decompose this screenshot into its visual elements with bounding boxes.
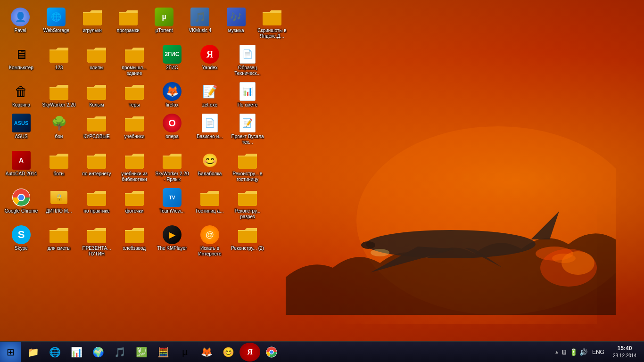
- desktop-icon-boty[interactable]: боты: [40, 148, 78, 185]
- desktop-icon-gostinica[interactable]: Гостиниц а...: [191, 185, 229, 222]
- icon-image-asus: ASUS: [12, 114, 31, 132]
- icon-image-kompyuter: 🖥: [12, 45, 31, 64]
- desktop-icon-kompyuter[interactable]: 🖥Компьютер: [2, 42, 40, 79]
- desktop-icon-opera[interactable]: Oопера: [153, 111, 191, 148]
- desktop-icon-diplom[interactable]: 🔒ДИПЛО М...: [40, 185, 78, 222]
- taskbar-icon-tb-smiley[interactable]: 😊: [218, 343, 239, 362]
- start-button[interactable]: ⊞: [0, 342, 21, 362]
- desktop-icon-firefox[interactable]: 🦊firefox: [153, 79, 191, 111]
- icon-image-vkmusic: 🎵: [190, 8, 209, 26]
- icon-image-yandex: Я: [200, 45, 219, 64]
- icon-label-bazisno: Базисно-и...: [197, 134, 223, 140]
- desktop-icon-pavel[interactable]: 👤Pavel: [2, 5, 38, 42]
- taskbar-icon-tb-network[interactable]: 🌍: [88, 343, 108, 362]
- desktop-icon-rekonstrukciya_gost[interactable]: Реконстру... в гостиницу: [229, 148, 266, 185]
- desktop-icon-skyworker220[interactable]: SkyWorker 2.20: [40, 79, 78, 111]
- taskbar-icon-tb-yandex[interactable]: Я: [239, 343, 260, 362]
- desktop-icon-webstorage[interactable]: 🌐WebStorage: [38, 5, 74, 42]
- desktop-icon-vkmusic[interactable]: 🎵VKMusic 4: [182, 5, 218, 42]
- desktop-icon-bazisno[interactable]: 📄Базисно-и...: [191, 111, 229, 148]
- desktop-icon-iskat[interactable]: @Искать в Интернете: [191, 222, 229, 260]
- desktop-icon-2gis[interactable]: 2ГИС2ГИС: [153, 42, 191, 79]
- desktop-icon-klipy[interactable]: клипы: [78, 42, 116, 79]
- desktop-icon-uchebniki[interactable]: учебники: [116, 111, 153, 148]
- desktop-icon-balabolka[interactable]: 😊Балаболка: [191, 148, 229, 185]
- desktop-icon-po_internetu[interactable]: по интернету: [78, 148, 116, 185]
- icon-image-skyworker220: [50, 82, 68, 101]
- taskbar-icon-tb-calc[interactable]: 🧮: [153, 343, 173, 362]
- icon-image-igrushki: [83, 8, 102, 26]
- desktop-icon-programki[interactable]: програмки: [110, 5, 146, 42]
- desktop-icon-yandex[interactable]: ЯYandex: [191, 42, 229, 79]
- desktop-icon-posmete[interactable]: 📊По смете: [229, 79, 266, 111]
- taskbar-icon-tb-ie[interactable]: 🌐: [44, 343, 65, 362]
- tray-arrow[interactable]: ▲: [554, 349, 559, 354]
- icon-label-teamviewer: TeamView...: [159, 208, 185, 214]
- icon-label-proekt: Проект Вусала тех...: [231, 134, 264, 145]
- desktop-icon-promyshl[interactable]: промышл... здание: [116, 42, 153, 79]
- desktop-icon-skyworker_yrl[interactable]: SkyWorker 2.20 - Ярлык: [153, 148, 191, 185]
- desktop-icon-korzina[interactable]: 🗑Корзина: [2, 79, 40, 111]
- desktop-icon-uchebniki_bib[interactable]: учебники из библиотеки: [116, 148, 153, 185]
- desktop-icon-muzyka[interactable]: 🎶музыка: [218, 5, 254, 42]
- icon-label-uchebniki: учебники: [124, 134, 144, 140]
- icon-image-dlya_smety: [50, 225, 68, 244]
- desktop-icon-rekonstrukciya2[interactable]: Реконстру... (2): [229, 222, 266, 260]
- taskbar-icon-tb-money[interactable]: 💹: [131, 343, 152, 362]
- desktop-icon-google_chrome[interactable]: Google Chrome: [2, 185, 40, 222]
- icon-image-po_praktike: [87, 188, 106, 207]
- icon-label-zetexe: zet.exe: [202, 102, 217, 108]
- desktop-icon-skype[interactable]: SSkype: [2, 222, 40, 260]
- desktop-icon-boi[interactable]: 🌳бои: [40, 111, 78, 148]
- desktop: 👤Pavel🌐WebStorage игрульки програмкиµµTo…: [0, 0, 644, 362]
- desktop-icon-utorrent[interactable]: µµTorrent: [146, 5, 182, 42]
- icon-label-boi: бои: [55, 134, 63, 140]
- network-icon[interactable]: 🖥: [561, 348, 568, 356]
- desktop-icon-kmplayer[interactable]: ▶The KMPlayer: [153, 222, 191, 260]
- icon-image-utorrent: µ: [155, 8, 173, 26]
- icon-image-uchebniki_bib: [125, 151, 144, 170]
- desktop-icon-po_praktike[interactable]: по практике: [78, 185, 116, 222]
- volume-icon[interactable]: 🔊: [579, 348, 587, 356]
- desktop-icon-kolym[interactable]: Колым: [78, 79, 116, 111]
- icon-image-zetexe: 📝: [200, 82, 219, 101]
- icon-image-i23: [50, 45, 68, 64]
- desktop-icon-kursovye[interactable]: КУРСОВЫЕ: [78, 111, 116, 148]
- desktop-icon-skrinshoty[interactable]: Скриншоты в Яндекс.Д...: [254, 5, 290, 42]
- icon-image-tery: [125, 82, 144, 101]
- desktop-icon-i23[interactable]: 123: [40, 42, 78, 79]
- taskbar-icon-tb-chart[interactable]: 📊: [66, 343, 87, 362]
- desktop-icon-proekt[interactable]: 📝Проект Вусала тех...: [229, 111, 266, 148]
- taskbar-icon-tb-explorer[interactable]: 📁: [23, 343, 43, 362]
- battery-icon[interactable]: 🔋: [570, 348, 578, 356]
- desktop-icon-tery[interactable]: теры: [116, 79, 153, 111]
- icon-label-diplom: ДИПЛО М...: [46, 208, 72, 214]
- desktop-icon-autocad[interactable]: AAutoCAD 2014: [2, 148, 40, 185]
- desktop-icon-igrushki[interactable]: игрульки: [74, 5, 110, 42]
- desktop-icon-hlebzavod[interactable]: хлебзавод: [116, 222, 153, 260]
- desktop-icon-teamviewer[interactable]: TVTeamView...: [153, 185, 191, 222]
- taskbar-icon-tb-utorrent[interactable]: µ: [174, 343, 195, 362]
- icon-image-teamviewer: TV: [163, 188, 182, 207]
- icon-label-gostinica: Гостиниц а...: [196, 208, 224, 214]
- desktop-icon-rekonstrukciya_razrez[interactable]: Реконстру... разрез: [229, 185, 266, 222]
- icon-image-kolym: [87, 82, 106, 101]
- desktop-icon-zetexe[interactable]: 📝zet.exe: [191, 79, 229, 111]
- desktop-icon-prezenta_putin[interactable]: ПРЕЗЕНТА... ПУТИН: [78, 222, 116, 260]
- desktop-icon-obrazec[interactable]: 📄Образец Техническ...: [229, 42, 266, 79]
- taskbar-icon-tb-firefox[interactable]: 🦊: [196, 343, 217, 362]
- desktop-icon-asus[interactable]: ASUSASUS: [2, 111, 40, 148]
- svg-point-13: [270, 350, 273, 354]
- clock[interactable]: 15:40 28.12.2014: [609, 345, 640, 359]
- icon-label-skrinshoty: Скриншоты в Яндекс.Д...: [256, 28, 288, 39]
- icon-label-rekonstrukciya2: Реконстру... (2): [231, 246, 264, 251]
- icon-label-kursovye: КУРСОВЫЕ: [83, 134, 110, 140]
- icon-label-rekonstrukciya_gost: Реконстру... в гостиницу: [231, 171, 264, 182]
- desktop-icon-fotochki[interactable]: фоточки: [116, 185, 153, 222]
- svg-point-1: [366, 230, 536, 258]
- desktop-icon-dlya_smety[interactable]: для сметы: [40, 222, 78, 260]
- svg-point-5: [371, 249, 389, 256]
- taskbar-icon-tb-chrome[interactable]: [261, 343, 282, 362]
- taskbar-icon-tb-music[interactable]: 🎵: [109, 343, 130, 362]
- language-indicator[interactable]: ENG: [589, 349, 607, 355]
